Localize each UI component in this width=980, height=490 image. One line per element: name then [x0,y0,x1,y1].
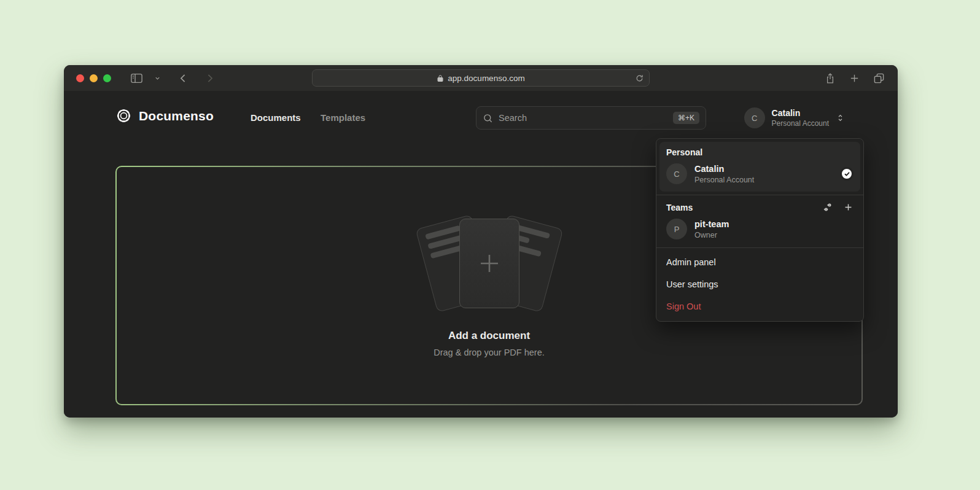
forward-icon[interactable] [199,73,220,84]
lock-icon [437,74,444,82]
dropzone-title: Add a document [448,330,530,342]
manage-teams-icon[interactable] [822,202,833,212]
address-text: app.documenso.com [448,74,524,83]
browser-window: app.documenso.com [64,65,898,418]
account-menu-button[interactable]: C Catalin Personal Account [744,106,845,130]
chevron-updown-icon [836,113,845,123]
brand[interactable]: Documenso [115,107,214,124]
menu-item-user-settings[interactable]: User settings [656,273,863,295]
share-icon[interactable] [819,72,841,84]
menu-item-sign-out[interactable]: Sign Out [656,295,863,317]
personal-account-row[interactable]: C Catalin Personal Account [666,163,854,184]
search-input[interactable] [499,113,673,123]
zoom-window-button[interactable] [103,74,111,82]
account-subtitle: Personal Account [772,119,829,128]
address-bar[interactable]: app.documenso.com [312,69,650,87]
personal-account-avatar: C [666,163,687,184]
minimize-window-button[interactable] [90,74,98,82]
account-dropdown-menu: Personal C Catalin Personal Account [656,138,864,322]
personal-account-subtitle: Personal Account [694,176,754,184]
sidebar-icon[interactable] [125,72,149,84]
close-window-button[interactable] [76,74,84,82]
team-name: pit-team [694,219,729,229]
nav-templates[interactable]: Templates [321,112,365,123]
chevron-down-icon[interactable] [149,75,166,82]
teams-section-header: Teams [666,203,693,212]
dropzone-subtitle: Drag & drop your PDF here. [434,348,545,357]
account-avatar: C [744,107,765,128]
menu-item-admin-panel[interactable]: Admin panel [656,251,863,273]
tab-overview-icon[interactable] [868,72,890,84]
team-role: Owner [694,231,729,239]
document-card-center [459,219,519,308]
document-stack-illustration [419,214,560,313]
selected-check-icon [840,167,854,181]
team-row[interactable]: P pit-team Owner [666,219,854,239]
add-team-icon[interactable] [843,202,854,212]
reload-icon[interactable] [635,74,644,83]
personal-section-header: Personal [666,147,854,157]
browser-titlebar: app.documenso.com [64,65,898,91]
search-bar[interactable]: ⌘+K [476,106,706,130]
traffic-lights [76,74,111,82]
new-tab-icon[interactable] [844,73,865,84]
team-avatar: P [666,219,687,239]
search-shortcut-badge: ⌘+K [673,112,699,124]
back-icon[interactable] [173,73,194,84]
app-header: Documenso Documents Templates ⌘+K C Cata… [64,91,898,145]
personal-section[interactable]: Personal C Catalin Personal Account [659,142,860,192]
nav-documents[interactable]: Documents [251,112,301,123]
account-name: Catalin [772,108,829,118]
search-icon [483,113,493,123]
personal-account-name: Catalin [694,164,754,174]
teams-section: Teams P [656,195,863,247]
documenso-logo-icon [115,107,132,124]
add-plus-icon [475,249,504,278]
brand-name: Documenso [139,109,214,123]
documenso-app: Documenso Documents Templates ⌘+K C Cata… [64,91,898,418]
